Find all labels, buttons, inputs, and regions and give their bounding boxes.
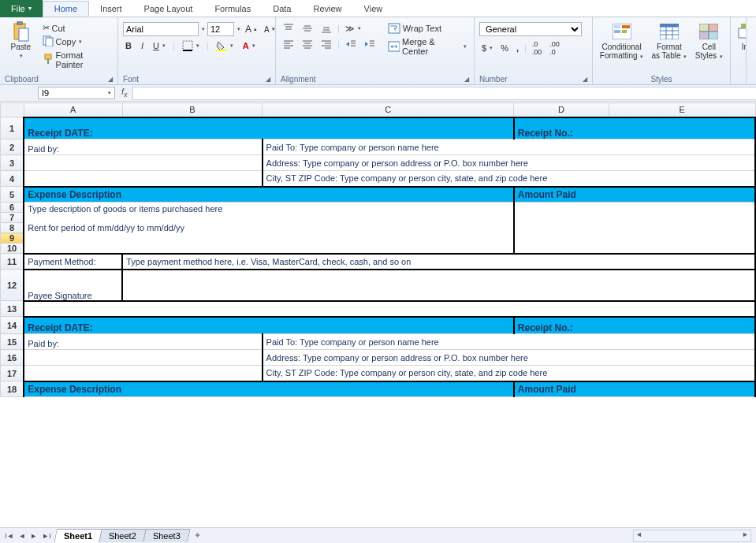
fill-color-button[interactable]: ▾ <box>214 39 236 52</box>
sheet-nav-buttons[interactable]: I◄◄►►I <box>0 532 56 540</box>
cell[interactable]: Address: Type company or person address … <box>263 350 755 366</box>
underline-button[interactable]: U▾ <box>151 40 168 51</box>
tab-home[interactable]: Home <box>43 1 89 17</box>
tab-formulas[interactable]: Formulas <box>203 2 262 16</box>
row-header[interactable]: 3 <box>1 155 24 171</box>
col-header-E[interactable]: E <box>609 103 755 117</box>
clipboard-launcher-icon[interactable]: ◢ <box>108 76 113 83</box>
row-header[interactable]: 13 <box>1 301 24 317</box>
cell[interactable]: Payment Method: <box>24 254 122 270</box>
col-header-D[interactable]: D <box>514 103 609 117</box>
tab-file[interactable]: File <box>0 0 43 17</box>
formula-input[interactable] <box>132 87 756 100</box>
tab-insert[interactable]: Insert <box>89 2 133 16</box>
cell[interactable]: Paid by: <box>24 334 262 350</box>
cell[interactable] <box>24 155 262 171</box>
cell[interactable]: Type description of goods or items purch… <box>24 203 514 254</box>
align-middle-button[interactable] <box>300 22 315 35</box>
col-header-C[interactable]: C <box>263 103 514 117</box>
decrease-decimal-button[interactable]: .00.0 <box>547 39 562 57</box>
number-launcher-icon[interactable]: ◢ <box>583 76 587 83</box>
number-format-combo[interactable]: General <box>479 22 582 36</box>
row-header[interactable]: 16 <box>1 350 24 366</box>
cell[interactable]: Expense Description <box>24 187 514 203</box>
chevron-down-icon[interactable]: ▾ <box>237 26 240 32</box>
increase-font-button[interactable]: A▴ <box>243 23 259 35</box>
row-header[interactable]: 11 <box>1 254 24 270</box>
new-sheet-button[interactable]: ✦ <box>189 529 206 542</box>
cell[interactable]: Receipt DATE: <box>24 317 514 334</box>
row-header[interactable]: 4 <box>1 171 24 187</box>
cell[interactable] <box>122 270 755 301</box>
cell[interactable]: City, ST ZIP Code: Type company or perso… <box>263 171 755 187</box>
insert-cells-button[interactable]: In <box>736 19 747 51</box>
format-painter-button[interactable]: Format Painter <box>40 50 113 70</box>
worksheet-grid[interactable]: A B C D E 1 Receipt DATE: Receipt No.: 2… <box>0 102 756 527</box>
percent-button[interactable]: % <box>498 43 511 54</box>
cell[interactable] <box>24 350 262 366</box>
fx-icon[interactable]: fx <box>117 87 132 99</box>
merge-center-button[interactable]: Merge & Center▾ <box>385 36 469 57</box>
row-header[interactable]: 2 <box>1 139 24 155</box>
tab-review[interactable]: Review <box>302 2 352 16</box>
row-header[interactable]: 17 <box>1 366 24 381</box>
sheet-tab-1[interactable]: Sheet1 <box>54 529 102 543</box>
chevron-down-icon[interactable]: ▾ <box>202 26 205 32</box>
align-center-button[interactable] <box>300 38 315 50</box>
comma-button[interactable]: , <box>514 43 521 54</box>
wrap-text-button[interactable]: Wrap Text <box>385 22 469 35</box>
sheet-tab-2[interactable]: Sheet2 <box>99 529 146 542</box>
italic-button[interactable]: I <box>139 40 146 51</box>
cell[interactable]: Paid by: <box>24 139 262 155</box>
row-header[interactable]: 9 <box>1 233 24 244</box>
bold-button[interactable]: B <box>123 40 134 51</box>
tab-view[interactable]: View <box>353 2 394 16</box>
cell[interactable]: Expense Description <box>24 381 514 397</box>
row-header[interactable]: 10 <box>1 244 24 254</box>
align-right-button[interactable] <box>318 38 334 50</box>
horizontal-scrollbar[interactable] <box>633 530 751 542</box>
decrease-font-button[interactable]: A▾ <box>262 24 277 35</box>
orientation-button[interactable]: ≫▾ <box>343 23 363 35</box>
cell[interactable]: Receipt DATE: <box>24 117 514 139</box>
align-top-button[interactable] <box>281 22 296 35</box>
font-size-combo[interactable] <box>207 22 234 36</box>
tab-page-layout[interactable]: Page Layout <box>133 2 204 16</box>
col-header-B[interactable]: B <box>122 103 262 117</box>
tab-data[interactable]: Data <box>262 2 302 16</box>
cell[interactable]: Type payment method here, i.e. Visa, Mas… <box>122 254 755 270</box>
cell[interactable]: Paid To: Type company or person name her… <box>263 139 755 155</box>
font-launcher-icon[interactable]: ◢ <box>266 76 270 83</box>
cell[interactable]: City, ST ZIP Code: Type company or perso… <box>263 366 755 381</box>
format-as-table-button[interactable]: Formatas Table ▾ <box>649 19 689 60</box>
align-bottom-button[interactable] <box>318 22 334 35</box>
col-header-A[interactable]: A <box>24 103 122 117</box>
name-box[interactable]: I9▾ <box>38 87 115 99</box>
row-header[interactable]: 1 <box>1 117 24 139</box>
cut-button[interactable]: ✂Cut <box>40 22 113 34</box>
cell[interactable] <box>24 301 755 317</box>
border-button[interactable]: ▾ <box>180 39 202 52</box>
cell[interactable]: Amount Paid <box>514 187 755 203</box>
increase-indent-button[interactable] <box>362 38 378 50</box>
cell-styles-button[interactable]: CellStyles ▾ <box>693 19 725 60</box>
conditional-formatting-button[interactable]: ConditionalFormatting ▾ <box>598 19 646 60</box>
cell[interactable] <box>514 203 755 254</box>
cell[interactable]: Paid To: Type company or person name her… <box>263 334 755 350</box>
row-header[interactable]: 14 <box>1 317 24 334</box>
row-header[interactable]: 18 <box>1 381 24 397</box>
row-header[interactable]: 7 <box>1 213 24 223</box>
cell[interactable]: Address: Type company or person address … <box>263 155 755 171</box>
font-color-button[interactable]: A▾ <box>240 40 258 51</box>
chevron-down-icon[interactable]: ▾ <box>108 90 111 96</box>
copy-button[interactable]: Copy▾ <box>40 35 113 49</box>
cell[interactable] <box>24 366 262 381</box>
decrease-indent-button[interactable] <box>343 38 359 50</box>
cell[interactable]: Payee Signature <box>24 270 122 301</box>
cell[interactable]: Amount Paid <box>514 381 755 397</box>
increase-decimal-button[interactable]: .0.00 <box>530 39 545 57</box>
alignment-launcher-icon[interactable]: ◢ <box>464 76 469 83</box>
cell[interactable]: Receipt No.: <box>514 117 755 139</box>
row-header[interactable]: 8 <box>1 223 24 233</box>
paste-button[interactable]: Paste ▾ <box>5 19 37 59</box>
